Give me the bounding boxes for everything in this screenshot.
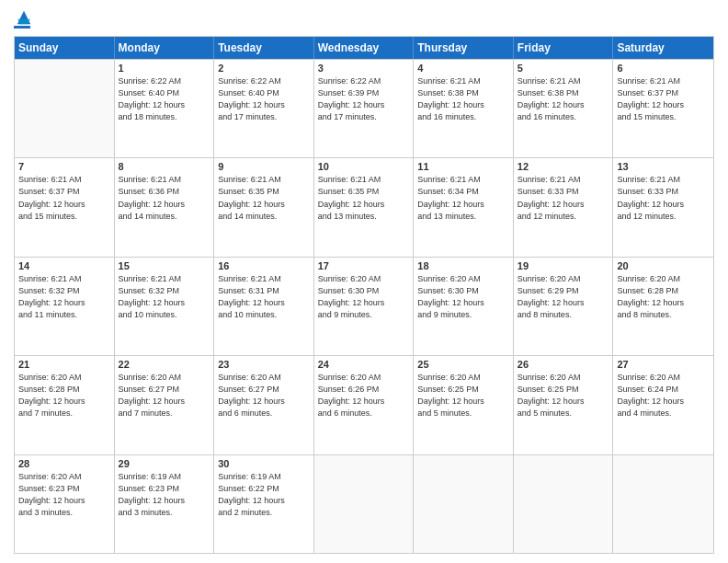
calendar-row: 7Sunrise: 6:21 AM Sunset: 6:37 PM Daylig… <box>15 157 713 256</box>
calendar-row: 14Sunrise: 6:21 AM Sunset: 6:32 PM Dayli… <box>15 257 713 355</box>
day-info: Sunrise: 6:20 AM Sunset: 6:27 PM Dayligh… <box>119 372 210 419</box>
day-info: Sunrise: 6:22 AM Sunset: 6:40 PM Dayligh… <box>119 75 210 123</box>
calendar-cell <box>15 60 115 157</box>
calendar-cell: 26Sunrise: 6:20 AM Sunset: 6:25 PM Dayli… <box>514 356 614 454</box>
page: SundayMondayTuesdayWednesdayThursdayFrid… <box>0 0 728 563</box>
day-info: Sunrise: 6:20 AM Sunset: 6:24 PM Dayligh… <box>617 372 710 419</box>
day-number: 2 <box>218 63 310 74</box>
calendar-row: 28Sunrise: 6:20 AM Sunset: 6:23 PM Dayli… <box>15 454 713 553</box>
calendar-cell: 16Sunrise: 6:21 AM Sunset: 6:31 PM Dayli… <box>214 258 314 355</box>
weekday-header: Tuesday <box>214 37 314 59</box>
day-number: 1 <box>119 63 210 74</box>
calendar-cell: 4Sunrise: 6:21 AM Sunset: 6:38 PM Daylig… <box>414 60 514 157</box>
day-info: Sunrise: 6:19 AM Sunset: 6:23 PM Dayligh… <box>119 471 210 519</box>
calendar-cell <box>613 455 713 553</box>
day-info: Sunrise: 6:21 AM Sunset: 6:37 PM Dayligh… <box>617 75 710 123</box>
day-number: 30 <box>218 458 310 469</box>
logo-icon <box>16 9 32 26</box>
day-info: Sunrise: 6:21 AM Sunset: 6:35 PM Dayligh… <box>318 174 410 222</box>
day-info: Sunrise: 6:20 AM Sunset: 6:29 PM Dayligh… <box>518 273 609 321</box>
day-number: 3 <box>318 63 410 74</box>
calendar-cell: 6Sunrise: 6:21 AM Sunset: 6:37 PM Daylig… <box>613 60 713 157</box>
day-number: 17 <box>318 260 410 271</box>
day-number: 28 <box>18 458 110 469</box>
calendar-cell <box>414 455 514 553</box>
day-number: 19 <box>518 260 609 271</box>
day-info: Sunrise: 6:21 AM Sunset: 6:33 PM Dayligh… <box>617 174 710 222</box>
day-info: Sunrise: 6:22 AM Sunset: 6:40 PM Dayligh… <box>218 75 310 123</box>
calendar-cell: 18Sunrise: 6:20 AM Sunset: 6:30 PM Dayli… <box>414 258 514 355</box>
day-info: Sunrise: 6:22 AM Sunset: 6:39 PM Dayligh… <box>318 75 410 123</box>
day-number: 22 <box>119 359 210 370</box>
day-number: 26 <box>518 359 609 370</box>
logo <box>14 9 32 29</box>
calendar-cell: 1Sunrise: 6:22 AM Sunset: 6:40 PM Daylig… <box>115 60 215 157</box>
weekday-header: Saturday <box>613 37 713 59</box>
calendar-cell: 22Sunrise: 6:20 AM Sunset: 6:27 PM Dayli… <box>115 356 215 454</box>
calendar-cell: 14Sunrise: 6:21 AM Sunset: 6:32 PM Dayli… <box>15 258 115 355</box>
day-number: 7 <box>18 161 110 172</box>
calendar-cell: 12Sunrise: 6:21 AM Sunset: 6:33 PM Dayli… <box>514 158 614 256</box>
day-number: 10 <box>318 161 410 172</box>
calendar-body: 1Sunrise: 6:22 AM Sunset: 6:40 PM Daylig… <box>15 59 713 553</box>
calendar-row: 1Sunrise: 6:22 AM Sunset: 6:40 PM Daylig… <box>15 59 713 157</box>
day-info: Sunrise: 6:21 AM Sunset: 6:31 PM Dayligh… <box>218 273 310 321</box>
day-info: Sunrise: 6:21 AM Sunset: 6:36 PM Dayligh… <box>119 174 210 222</box>
calendar-cell: 13Sunrise: 6:21 AM Sunset: 6:33 PM Dayli… <box>613 158 713 256</box>
day-info: Sunrise: 6:20 AM Sunset: 6:25 PM Dayligh… <box>417 372 509 419</box>
day-number: 15 <box>119 260 210 271</box>
calendar-cell: 7Sunrise: 6:21 AM Sunset: 6:37 PM Daylig… <box>15 158 115 256</box>
day-info: Sunrise: 6:20 AM Sunset: 6:27 PM Dayligh… <box>218 372 310 419</box>
calendar-cell: 17Sunrise: 6:20 AM Sunset: 6:30 PM Dayli… <box>314 258 415 355</box>
day-info: Sunrise: 6:21 AM Sunset: 6:32 PM Dayligh… <box>18 273 110 321</box>
calendar-cell: 21Sunrise: 6:20 AM Sunset: 6:28 PM Dayli… <box>15 356 115 454</box>
day-info: Sunrise: 6:20 AM Sunset: 6:30 PM Dayligh… <box>318 273 410 321</box>
day-number: 4 <box>417 63 509 74</box>
day-number: 11 <box>417 161 509 172</box>
day-number: 6 <box>617 63 710 74</box>
day-info: Sunrise: 6:20 AM Sunset: 6:30 PM Dayligh… <box>417 273 509 321</box>
day-number: 29 <box>119 458 210 469</box>
weekday-header: Sunday <box>15 37 115 59</box>
calendar-cell: 19Sunrise: 6:20 AM Sunset: 6:29 PM Dayli… <box>514 258 614 355</box>
day-number: 12 <box>518 161 609 172</box>
calendar-cell: 8Sunrise: 6:21 AM Sunset: 6:36 PM Daylig… <box>115 158 215 256</box>
calendar-cell: 3Sunrise: 6:22 AM Sunset: 6:39 PM Daylig… <box>314 60 415 157</box>
calendar-cell <box>514 455 614 553</box>
day-number: 9 <box>218 161 310 172</box>
calendar-cell: 30Sunrise: 6:19 AM Sunset: 6:22 PM Dayli… <box>214 455 314 553</box>
day-info: Sunrise: 6:21 AM Sunset: 6:38 PM Dayligh… <box>417 75 509 123</box>
day-info: Sunrise: 6:21 AM Sunset: 6:38 PM Dayligh… <box>518 75 609 123</box>
day-number: 13 <box>617 161 710 172</box>
day-info: Sunrise: 6:21 AM Sunset: 6:32 PM Dayligh… <box>119 273 210 321</box>
day-number: 20 <box>617 260 710 271</box>
calendar-cell <box>314 455 415 553</box>
calendar-cell: 24Sunrise: 6:20 AM Sunset: 6:26 PM Dayli… <box>314 356 415 454</box>
weekday-header: Monday <box>115 37 215 59</box>
weekday-header: Thursday <box>414 37 514 59</box>
calendar-cell: 23Sunrise: 6:20 AM Sunset: 6:27 PM Dayli… <box>214 356 314 454</box>
calendar-cell: 5Sunrise: 6:21 AM Sunset: 6:38 PM Daylig… <box>514 60 614 157</box>
calendar-cell: 11Sunrise: 6:21 AM Sunset: 6:34 PM Dayli… <box>414 158 514 256</box>
day-info: Sunrise: 6:21 AM Sunset: 6:33 PM Dayligh… <box>518 174 609 222</box>
day-number: 23 <box>218 359 310 370</box>
day-info: Sunrise: 6:21 AM Sunset: 6:34 PM Dayligh… <box>417 174 509 222</box>
weekday-header: Wednesday <box>314 37 415 59</box>
day-number: 24 <box>318 359 410 370</box>
calendar-cell: 10Sunrise: 6:21 AM Sunset: 6:35 PM Dayli… <box>314 158 415 256</box>
calendar-cell: 15Sunrise: 6:21 AM Sunset: 6:32 PM Dayli… <box>115 258 215 355</box>
day-number: 25 <box>417 359 509 370</box>
day-info: Sunrise: 6:20 AM Sunset: 6:28 PM Dayligh… <box>18 372 110 419</box>
calendar-header: SundayMondayTuesdayWednesdayThursdayFrid… <box>15 37 713 59</box>
day-number: 18 <box>417 260 509 271</box>
day-info: Sunrise: 6:20 AM Sunset: 6:26 PM Dayligh… <box>318 372 410 419</box>
calendar-cell: 9Sunrise: 6:21 AM Sunset: 6:35 PM Daylig… <box>214 158 314 256</box>
logo-text <box>14 9 32 26</box>
day-number: 14 <box>18 260 110 271</box>
day-info: Sunrise: 6:19 AM Sunset: 6:22 PM Dayligh… <box>218 471 310 519</box>
weekday-header: Friday <box>514 37 614 59</box>
day-info: Sunrise: 6:20 AM Sunset: 6:25 PM Dayligh… <box>518 372 609 419</box>
day-number: 21 <box>18 359 110 370</box>
calendar-cell: 2Sunrise: 6:22 AM Sunset: 6:40 PM Daylig… <box>214 60 314 157</box>
calendar-cell: 20Sunrise: 6:20 AM Sunset: 6:28 PM Dayli… <box>613 258 713 355</box>
